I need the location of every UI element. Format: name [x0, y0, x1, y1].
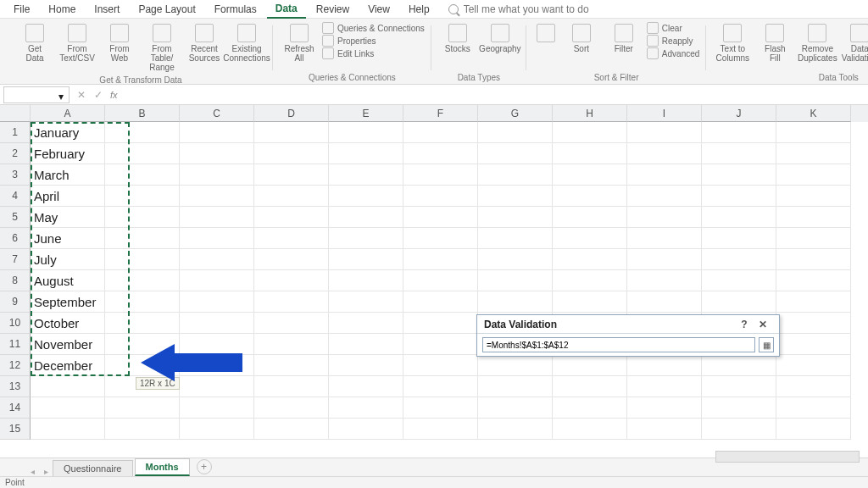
cell-E15[interactable] — [329, 419, 403, 440]
cell-D15[interactable] — [254, 419, 329, 440]
cell-G8[interactable] — [478, 270, 553, 291]
cell-I15[interactable] — [627, 419, 702, 440]
cell-D4[interactable] — [254, 186, 329, 207]
cell-I2[interactable] — [627, 143, 702, 164]
cell-B10[interactable] — [105, 313, 180, 334]
cell-H5[interactable] — [553, 207, 627, 228]
cell-J1[interactable] — [702, 122, 776, 143]
row-header-6[interactable]: 6 — [0, 228, 31, 249]
row-header-2[interactable]: 2 — [0, 143, 31, 164]
row-header-9[interactable]: 9 — [0, 291, 31, 313]
cell-E3[interactable] — [329, 164, 403, 186]
cell-D2[interactable] — [254, 143, 329, 164]
cell-G7[interactable] — [478, 249, 553, 270]
cell-B9[interactable] — [105, 291, 180, 313]
cell-E1[interactable] — [329, 122, 403, 143]
cell-A3[interactable]: March — [31, 164, 105, 186]
cell-C3[interactable] — [180, 164, 254, 186]
cell-E13[interactable] — [329, 376, 403, 397]
cell-A8[interactable]: August — [31, 270, 105, 291]
cell-E10[interactable] — [329, 313, 403, 334]
cell-C14[interactable] — [180, 397, 254, 419]
cell-G12[interactable] — [478, 355, 553, 376]
cell-E14[interactable] — [329, 397, 403, 419]
cell-C7[interactable] — [180, 249, 254, 270]
sort-button[interactable]: Sort — [562, 22, 601, 55]
tab-file[interactable]: File — [5, 1, 38, 18]
horizontal-scrollbar[interactable] — [715, 451, 860, 463]
tell-me-search[interactable]: Tell me what you want to do — [448, 3, 589, 15]
cell-E7[interactable] — [329, 249, 403, 270]
cell-F15[interactable] — [403, 419, 478, 440]
row-header-10[interactable]: 10 — [0, 313, 31, 334]
col-header-b[interactable]: B — [105, 105, 180, 122]
tab-home[interactable]: Home — [40, 1, 84, 18]
cell-B8[interactable] — [105, 270, 180, 291]
cancel-formula-button[interactable]: ✕ — [73, 89, 90, 101]
cell-J14[interactable] — [702, 397, 776, 419]
cell-E4[interactable] — [329, 186, 403, 207]
tab-view[interactable]: View — [359, 1, 398, 18]
cell-A14[interactable] — [31, 397, 105, 419]
cell-G3[interactable] — [478, 164, 553, 186]
refresh-all-button[interactable]: RefreshAll — [280, 22, 319, 64]
name-box[interactable]: ▾ — [3, 86, 70, 103]
cell-D6[interactable] — [254, 228, 329, 249]
cell-F12[interactable] — [403, 355, 478, 376]
cell-E2[interactable] — [329, 143, 403, 164]
row-header-13[interactable]: 13 — [0, 376, 31, 397]
cell-B1[interactable] — [105, 122, 180, 143]
dialog-close-button[interactable]: ✕ — [754, 319, 772, 330]
accept-formula-button[interactable]: ✓ — [90, 89, 107, 101]
cell-I6[interactable] — [627, 228, 702, 249]
cell-F7[interactable] — [403, 249, 478, 270]
cell-G13[interactable] — [478, 376, 553, 397]
cell-C8[interactable] — [180, 270, 254, 291]
cell-C13[interactable] — [180, 376, 254, 397]
tab-insert[interactable]: Insert — [86, 1, 128, 18]
row-header-4[interactable]: 4 — [0, 186, 31, 207]
cell-I1[interactable] — [627, 122, 702, 143]
cell-E12[interactable] — [329, 355, 403, 376]
cell-E8[interactable] — [329, 270, 403, 291]
cell-A9[interactable]: September — [31, 291, 105, 313]
cell-C5[interactable] — [180, 207, 254, 228]
remove-duplicates-button[interactable]: RemoveDuplicates — [798, 22, 837, 64]
cell-C9[interactable] — [180, 291, 254, 313]
cell-F13[interactable] — [403, 376, 478, 397]
cell-I8[interactable] — [627, 270, 702, 291]
cell-B14[interactable] — [105, 397, 180, 419]
col-header-e[interactable]: E — [329, 105, 403, 122]
from-text-button[interactable]: FromText/CSV — [58, 22, 97, 64]
fx-label[interactable]: fx — [107, 90, 121, 100]
cell-K4[interactable] — [776, 186, 851, 207]
cell-D9[interactable] — [254, 291, 329, 313]
cell-C1[interactable] — [180, 122, 254, 143]
cell-J5[interactable] — [702, 207, 776, 228]
col-header-j[interactable]: J — [702, 105, 776, 122]
cell-J2[interactable] — [702, 143, 776, 164]
validation-source-input[interactable] — [482, 337, 755, 352]
existing-conn-button[interactable]: ExistingConnections — [227, 22, 266, 64]
cell-G14[interactable] — [478, 397, 553, 419]
row-header-1[interactable]: 1 — [0, 122, 31, 143]
cell-J4[interactable] — [702, 186, 776, 207]
cell-D7[interactable] — [254, 249, 329, 270]
cell-A7[interactable]: July — [31, 249, 105, 270]
dialog-expand-button[interactable]: ▦ — [759, 337, 774, 352]
cell-F2[interactable] — [403, 143, 478, 164]
cell-B3[interactable] — [105, 164, 180, 186]
col-header-h[interactable]: H — [553, 105, 627, 122]
cell-D3[interactable] — [254, 164, 329, 186]
cell-J6[interactable] — [702, 228, 776, 249]
cell-E9[interactable] — [329, 291, 403, 313]
cell-H6[interactable] — [553, 228, 627, 249]
cell-K13[interactable] — [776, 376, 851, 397]
cell-D1[interactable] — [254, 122, 329, 143]
cell-I14[interactable] — [627, 397, 702, 419]
cell-C4[interactable] — [180, 186, 254, 207]
queries-conn-button[interactable]: Queries & Connections — [322, 22, 425, 34]
cell-B5[interactable] — [105, 207, 180, 228]
cell-J15[interactable] — [702, 419, 776, 440]
dialog-help-button[interactable]: ? — [735, 319, 754, 330]
